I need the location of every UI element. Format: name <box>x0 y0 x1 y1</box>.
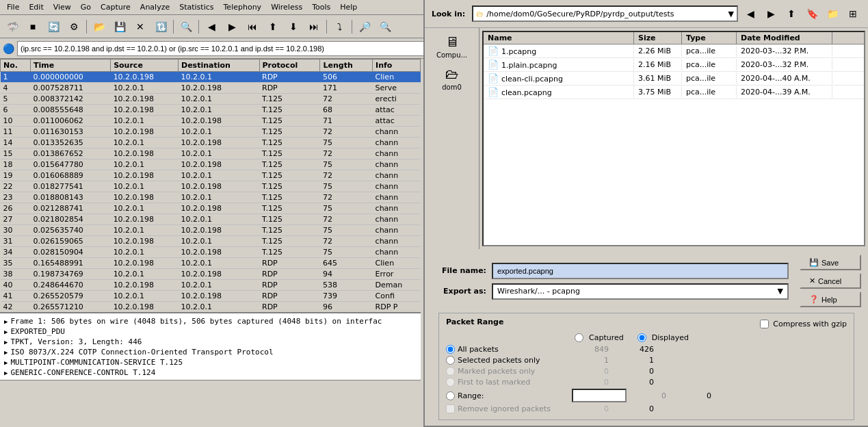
cell-5: 72 <box>320 148 373 159</box>
toolbar-reload-btn[interactable]: 🔃 <box>151 18 170 36</box>
table-row[interactable]: 310.02615906510.2.0.19810.2.0.1T.12572ch… <box>1 236 421 247</box>
menu-analyze[interactable]: Analyze <box>136 1 174 13</box>
table-row[interactable]: 270.02180285410.2.0.19810.2.0.1T.12572ch… <box>1 214 421 225</box>
detail-item[interactable]: ▶MULTIPOINT-COMMUNICATION-SERVICE T.125 <box>3 357 418 367</box>
toolbar-new-btn[interactable]: 🦈 <box>3 18 22 36</box>
table-row[interactable]: 50.00837214210.2.0.19810.2.0.1T.12572ere… <box>1 94 421 105</box>
detail-pane[interactable]: ▶Frame 1: 506 bytes on wire (4048 bits),… <box>0 312 421 380</box>
table-row[interactable]: 140.01335263510.2.0.110.2.0.198T.12575ch… <box>1 138 421 148</box>
range-text-input[interactable] <box>572 389 627 402</box>
nav-newdir-btn[interactable]: 📁 <box>824 5 841 22</box>
cancel-button[interactable]: ✕ Cancel <box>800 273 861 289</box>
table-row[interactable]: 380.19873476910.2.0.110.2.0.198RDP94Erro… <box>1 269 421 280</box>
table-row[interactable]: 340.02815090410.2.0.110.2.0.198T.12575ch… <box>1 247 421 258</box>
table-row[interactable]: 420.26557121010.2.0.19810.2.0.1RDP96RDP … <box>1 302 421 313</box>
table-row[interactable]: 40.00752871110.2.0.110.2.0.198RDP171Serv… <box>1 83 421 94</box>
table-row[interactable]: 10.00000000010.2.0.19810.2.0.1RDP506Clie… <box>1 72 421 83</box>
toolbar-zoom-in-btn[interactable]: 🔎 <box>355 18 374 36</box>
detail-item[interactable]: ▶EXPORTED_PDU <box>3 326 418 337</box>
compress-row: Compress with gzip <box>760 320 847 328</box>
file-col-name[interactable]: Name <box>484 32 634 44</box>
detail-triangle: ▶ <box>4 328 8 335</box>
range-radio-0[interactable] <box>446 345 455 354</box>
count-captured-5: 0 <box>575 404 609 413</box>
toolbar-zoom-out-btn[interactable]: 🔍 <box>376 18 395 36</box>
nav-up-btn[interactable]: ⬆ <box>783 5 800 22</box>
table-row[interactable]: 220.01827754110.2.0.110.2.0.198T.12575ch… <box>1 181 421 192</box>
table-row[interactable]: 110.01163015310.2.0.19810.2.0.1T.12572ch… <box>1 127 421 138</box>
file-name-cell: 📄clean-cli.pcapng <box>484 72 634 85</box>
menu-edit[interactable]: Edit <box>25 1 47 13</box>
menu-telephony[interactable]: Telephony <box>220 1 266 13</box>
detail-item[interactable]: ▶Frame 1: 506 bytes on wire (4048 bits),… <box>3 316 418 326</box>
toolbar-save-btn[interactable]: 💾 <box>110 18 129 36</box>
dialog-lookin-bar: Look in: 🗁 /home/dom0/GoSecure/PyRDP/pyr… <box>425 0 868 28</box>
nav-bookmark-btn[interactable]: 🔖 <box>804 5 820 22</box>
table-row[interactable]: 150.01386765210.2.0.19810.2.0.1T.12572ch… <box>1 148 421 159</box>
toolbar-open-file-btn[interactable]: 📂 <box>90 18 109 36</box>
list-item[interactable]: 📄clean-cli.pcapng 3.61 MiB pca...ile 202… <box>484 72 864 86</box>
table-row[interactable]: 400.24864467010.2.0.19810.2.0.1RDP538Dem… <box>1 280 421 291</box>
toolbar-last-btn[interactable]: ⏭ <box>304 18 324 36</box>
table-row[interactable]: 60.00855564810.2.0.19810.2.0.1T.12568att… <box>1 105 421 116</box>
detail-item[interactable]: ▶GENERIC-CONFERENCE-CONTROL T.124 <box>3 367 418 378</box>
compress-checkbox[interactable] <box>760 320 769 328</box>
place-computer[interactable]: 🖥 Compu... <box>428 31 476 62</box>
file-col-size[interactable]: Size <box>634 32 682 44</box>
table-row[interactable]: 410.26552057910.2.0.110.2.0.198RDP739Con… <box>1 291 421 302</box>
menu-view[interactable]: View <box>49 1 75 13</box>
menu-capture[interactable]: Capture <box>96 1 135 13</box>
table-row[interactable]: 100.01100606210.2.0.110.2.0.198T.12571at… <box>1 116 421 127</box>
toolbar-next-btn[interactable]: ⬇ <box>284 18 303 36</box>
nav-back-btn[interactable]: ◀ <box>742 5 759 22</box>
range-radio-1[interactable] <box>446 356 455 365</box>
save-button[interactable]: 💾 Save <box>800 255 861 270</box>
menu-file[interactable]: File <box>3 1 23 13</box>
filename-input[interactable] <box>492 263 789 279</box>
cell-5: 72 <box>320 94 373 105</box>
menu-statistics[interactable]: Statistics <box>175 1 218 13</box>
export-as-combo[interactable]: Wireshark/... - pcapng ▼ <box>492 283 789 300</box>
cell-0: 41 <box>1 291 31 302</box>
toolbar-prev-btn[interactable]: ⬆ <box>263 18 282 36</box>
toolbar-autoscroll-btn[interactable]: ⤵ <box>330 18 349 36</box>
range-radio-4[interactable] <box>446 391 455 400</box>
table-row[interactable]: 230.01880814310.2.0.19810.2.0.1T.12572ch… <box>1 192 421 203</box>
lookin-combo[interactable]: 🗁 /home/dom0/GoSecure/PyRDP/pyrdp_output… <box>472 5 738 22</box>
list-item[interactable]: 📄clean.pcapng 3.75 MiB pca...ile 2020-04… <box>484 86 864 99</box>
detail-item[interactable]: ▶Remote Desktop Protocol <box>3 378 418 380</box>
file-col-date[interactable]: Date Modified <box>737 32 832 44</box>
menu-wireless[interactable]: Wireless <box>267 1 306 13</box>
menu-tools[interactable]: Tools <box>308 1 334 13</box>
toolbar-back-btn[interactable]: ◀ <box>202 18 221 36</box>
toolbar-settings-btn[interactable]: ⚙ <box>64 18 83 36</box>
toolbar-fwd-btn[interactable]: ▶ <box>222 18 241 36</box>
file-col-type[interactable]: Type <box>682 32 737 44</box>
nav-viewmode-btn[interactable]: ⊞ <box>845 5 861 22</box>
place-home[interactable]: 🗁 dom0 <box>428 63 476 94</box>
detail-item[interactable]: ▶TPKT, Version: 3, Length: 446 <box>3 337 418 347</box>
list-item[interactable]: 📄1.plain.pcapng 2.16 MiB pca...ile 2020-… <box>484 58 864 72</box>
displayed-radio[interactable] <box>637 333 646 342</box>
cell-4: T.125 <box>259 148 320 159</box>
help-button[interactable]: ❓ Help <box>800 292 861 307</box>
nav-fwd-btn[interactable]: ▶ <box>763 5 779 22</box>
packet-list-scroll[interactable]: No. Time Source Destination Protocol Len… <box>0 59 421 312</box>
detail-item[interactable]: ▶ISO 8073/X.224 COTP Connection-Oriented… <box>3 347 418 357</box>
table-row[interactable]: 260.02128874110.2.0.110.2.0.198T.12575ch… <box>1 203 421 214</box>
toolbar-open-btn[interactable]: ■ <box>23 18 42 36</box>
table-row[interactable]: 300.02563574010.2.0.110.2.0.198T.12575ch… <box>1 225 421 236</box>
cell-3: 10.2.0.198 <box>179 181 259 192</box>
table-row[interactable]: 190.01606888910.2.0.19810.2.0.1T.12572ch… <box>1 170 421 181</box>
table-row[interactable]: 180.01564778010.2.0.110.2.0.198T.12575ch… <box>1 159 421 170</box>
toolbar-first-btn[interactable]: ⏮ <box>243 18 262 36</box>
list-item[interactable]: 📄1.pcapng 2.26 MiB pca...ile 2020-03-...… <box>484 44 864 58</box>
toolbar-close-btn[interactable]: 🔄 <box>44 18 63 36</box>
toolbar-close-file-btn[interactable]: ✕ <box>131 18 150 36</box>
table-row[interactable]: 350.16548899110.2.0.19810.2.0.1RDP645Cli… <box>1 258 421 269</box>
menu-help[interactable]: Help <box>336 1 361 13</box>
captured-radio[interactable] <box>575 333 583 342</box>
toolbar-find-btn[interactable]: 🔍 <box>176 18 196 36</box>
dialog-file-area[interactable]: Name Size Type Date Modified 📄1.pcapng 2… <box>482 31 865 246</box>
menu-go[interactable]: Go <box>77 1 95 13</box>
